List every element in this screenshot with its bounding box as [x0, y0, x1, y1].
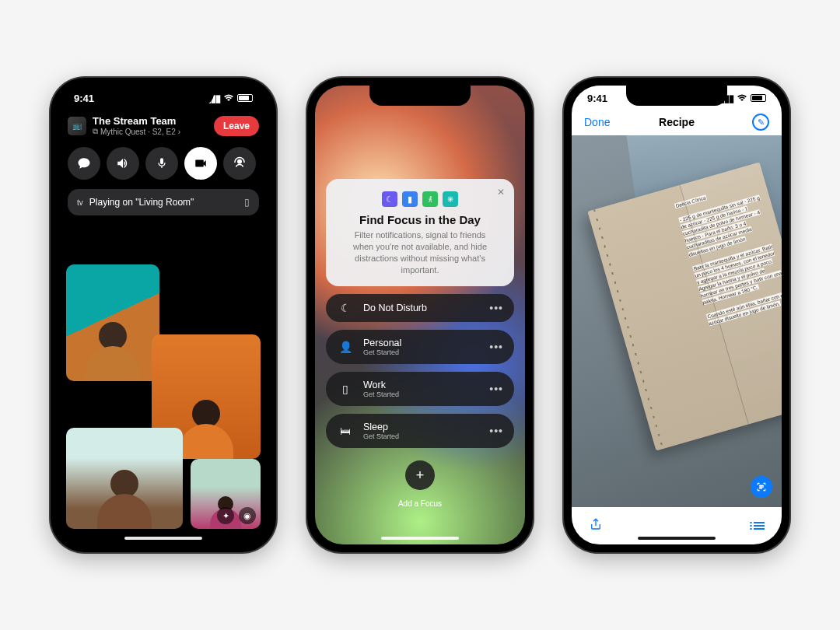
focus-item-personal[interactable]: 👤 Personal Get Started ••• [326, 330, 514, 364]
mute-button[interactable] [145, 147, 178, 180]
photo-view[interactable]: Delicia Cítrica - 225 g de mantequilla s… [572, 135, 782, 507]
focus-item-label: Do Not Disturb [363, 303, 480, 313]
airplay-bar[interactable]: tv Playing on "Living Room" ▯ [68, 189, 259, 215]
close-icon[interactable]: ✕ [497, 187, 505, 198]
more-icon[interactable]: ••• [489, 425, 503, 437]
shareplay-button[interactable] [223, 147, 256, 180]
moon-icon: ☾ [337, 302, 354, 314]
running-icon: 𐀪 [422, 191, 438, 207]
phone-focus: ✕ ☾ ▮ 𐀪 ⛯ Find Focus in the Day Filter n… [307, 78, 533, 552]
focus-card-title: Find Focus in the Day [338, 213, 502, 226]
chevron-right-icon: › [178, 128, 180, 136]
focus-item-work[interactable]: ▯ Work Get Started ••• [326, 372, 514, 406]
markup-button[interactable]: ✎ [752, 114, 769, 131]
focus-item-sub: Get Started [363, 390, 480, 398]
bed-icon: 🛏 [337, 425, 354, 437]
briefcase-icon: ▯ [337, 383, 354, 395]
person-icon: 👤 [337, 341, 354, 353]
status-bar: 9:41 ▮▮▮▮ [572, 89, 782, 107]
focus-icon-row: ☾ ▮ 𐀪 ⛯ [338, 191, 502, 207]
phone-facetime: 9:41 ▮▮▮▮ 📺 The Stream Team ⧉ Mythic Que… [51, 78, 276, 552]
list-button[interactable] [754, 522, 765, 530]
bed-icon: ⛯ [443, 191, 458, 207]
focus-item-sub: Get Started [363, 432, 480, 440]
effects-button[interactable]: ✦ [217, 507, 234, 524]
battery-icon [237, 94, 253, 102]
moon-icon: ☾ [382, 191, 397, 207]
focus-item-sleep[interactable]: 🛏 Sleep Get Started ••• [326, 414, 514, 448]
focus-item-dnd[interactable]: ☾ Do Not Disturb ••• [326, 294, 514, 322]
messages-button[interactable] [68, 147, 100, 180]
participants-grid: ✦ ◉ [66, 264, 261, 529]
home-indicator[interactable] [381, 537, 459, 540]
call-controls [58, 142, 268, 184]
nav-bar: Done Recipe ✎ [572, 109, 782, 135]
app-thumbnail-icon: 📺 [68, 117, 86, 135]
done-button[interactable]: Done [584, 116, 610, 128]
phone-livetext: 9:41 ▮▮▮▮ Done Recipe ✎ Delicia Cítrica … [564, 78, 789, 552]
add-focus-button[interactable]: + [405, 460, 435, 490]
focus-item-sub: Get Started [363, 348, 480, 356]
leave-button[interactable]: Leave [214, 116, 259, 136]
status-time: 9:41 [587, 93, 607, 104]
nav-title: Recipe [659, 116, 695, 128]
home-indicator[interactable] [638, 537, 716, 540]
recipe-method-text: Batir la mantequilla y el azúcar. Batir … [692, 243, 782, 306]
self-tile[interactable]: ✦ ◉ [191, 459, 261, 529]
share-button[interactable] [589, 516, 603, 536]
wifi-icon [223, 93, 234, 104]
shutter-button[interactable]: ◉ [239, 507, 256, 524]
status-bar: 9:41 ▮▮▮▮ [58, 89, 268, 107]
recognized-text[interactable]: Delicia Cítrica - 225 g de mantequilla s… [674, 179, 782, 334]
appletv-icon: tv [77, 198, 83, 207]
focus-card-description: Filter notifications, signal to friends … [338, 229, 502, 275]
more-icon[interactable]: ••• [489, 302, 503, 314]
livetext-button[interactable] [751, 476, 772, 498]
airplay-text: Playing on "Living Room" [89, 197, 194, 208]
status-time: 9:41 [74, 93, 94, 104]
more-icon[interactable]: ••• [489, 341, 503, 353]
recipe-ingredients-text: - 225 g de mantequilla sin sal - 225 g d… [678, 194, 761, 257]
remote-icon: ▯ [244, 197, 250, 208]
signal-icon: ▮▮▮▮ [715, 93, 733, 104]
tv-icon: ⧉ [93, 127, 98, 136]
call-header: 📺 The Stream Team ⧉ Mythic Quest · S2, E… [58, 109, 268, 142]
participant-tile[interactable] [66, 264, 159, 381]
camera-button[interactable] [184, 147, 217, 180]
wifi-icon [737, 93, 747, 104]
notebook: Delicia Cítrica - 225 g de mantequilla s… [587, 162, 782, 450]
focus-intro-card: ✕ ☾ ▮ 𐀪 ⛯ Find Focus in the Day Filter n… [326, 179, 514, 286]
svg-point-0 [238, 160, 242, 164]
participant-tile[interactable] [66, 428, 183, 529]
focus-item-label: Work [363, 380, 480, 390]
battery-icon [751, 94, 766, 102]
more-icon[interactable]: ••• [489, 383, 503, 395]
call-title: The Stream Team [93, 115, 208, 127]
speaker-button[interactable] [107, 147, 139, 180]
focus-item-label: Personal [363, 338, 480, 348]
add-focus-label: Add a Focus [326, 499, 514, 508]
recipe-finish-text: Cuando esté aún tibia, bañar con el azúc… [706, 292, 782, 327]
book-icon: ▮ [402, 191, 418, 207]
call-subtitle: ⧉ Mythic Quest · S2, E2 › [93, 127, 208, 136]
focus-item-label: Sleep [363, 422, 480, 432]
recipe-title-text: Delicia Cítrica [674, 194, 707, 208]
home-indicator[interactable] [124, 537, 202, 540]
signal-icon: ▮▮▮▮ [201, 93, 220, 104]
